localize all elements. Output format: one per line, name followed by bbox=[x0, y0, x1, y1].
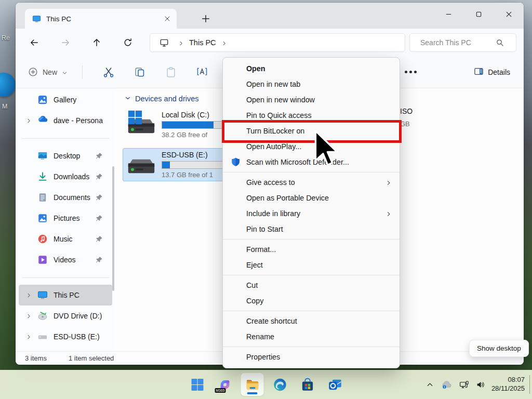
sidebar-item-videos[interactable]: Videos bbox=[19, 249, 112, 270]
clock-date: 28/11/2025 bbox=[491, 384, 525, 393]
submenu-chevron-icon bbox=[385, 179, 392, 185]
minimize-button[interactable] bbox=[433, 3, 463, 25]
sidebar-item-desktop[interactable]: Desktop bbox=[19, 145, 112, 166]
tab-title: This PC bbox=[46, 15, 163, 23]
taskbar-microsoft-edge-icon[interactable] bbox=[269, 373, 291, 396]
menu-item-label: Eject bbox=[246, 261, 263, 269]
cut-button[interactable] bbox=[103, 66, 114, 78]
menu-item-label: Open in new tab bbox=[246, 80, 300, 88]
drive-free-space: 38.2 GB free of bbox=[162, 131, 231, 139]
tray-onedrive-cloud-icon[interactable] bbox=[441, 380, 453, 389]
breadcrumb-chevron-icon[interactable] bbox=[178, 39, 184, 45]
sidebar-item-esd-usb-e[interactable]: ESD-USB (E:) bbox=[19, 326, 112, 347]
sidebar-item-label: This PC bbox=[54, 291, 103, 299]
menu-item-cut[interactable]: Cut bbox=[223, 277, 400, 293]
menu-item-give-access-to[interactable]: Give access to bbox=[223, 175, 400, 190]
taskbar-microsoft-365-copilot-icon[interactable]: M365 bbox=[214, 373, 236, 396]
sidebar-item-music[interactable]: Music bbox=[19, 229, 112, 249]
submenu-chevron-icon bbox=[385, 210, 392, 217]
menu-item-properties[interactable]: Properties bbox=[223, 349, 400, 365]
sidebar-item-dvd-drive-d-e[interactable]: DVD Drive (D:) E bbox=[19, 305, 112, 326]
menu-item-open-in-new-tab[interactable]: Open in new tab bbox=[223, 76, 400, 92]
chevron-right-icon bbox=[26, 152, 33, 159]
hard-drive-icon bbox=[126, 151, 156, 179]
address-bar[interactable]: This PC bbox=[150, 33, 405, 52]
menu-item-open-as-portable-device[interactable]: Open as Portable Device bbox=[223, 190, 400, 206]
dvd-icon bbox=[37, 311, 48, 321]
maximize-button[interactable] bbox=[463, 3, 494, 25]
tab-this-pc[interactable]: This PC bbox=[25, 9, 177, 29]
gallery-icon bbox=[37, 95, 48, 105]
taskbar-file-explorer-icon[interactable] bbox=[241, 373, 264, 396]
pin-icon bbox=[95, 215, 103, 222]
back-button[interactable] bbox=[25, 33, 44, 52]
chevron-right-icon[interactable] bbox=[26, 333, 33, 340]
tray-volume-icon[interactable] bbox=[476, 380, 485, 389]
chevron-right-icon bbox=[26, 215, 33, 222]
chevron-right-icon bbox=[26, 256, 33, 263]
menu-item-create-shortcut[interactable]: Create shortcut bbox=[223, 313, 400, 329]
chevron-right-icon[interactable] bbox=[26, 117, 33, 124]
menu-item-label: Create shortcut bbox=[246, 317, 297, 325]
show-desktop-button[interactable] bbox=[529, 375, 530, 394]
mouse-cursor bbox=[314, 128, 339, 170]
more-options-button[interactable] bbox=[405, 71, 417, 73]
rename-button[interactable] bbox=[196, 66, 208, 78]
chevron-right-icon bbox=[26, 194, 33, 201]
drive-tile-esd-usb-e[interactable]: ESD-USB (E:)13.7 GB free of 1 bbox=[123, 148, 235, 181]
pin-icon bbox=[95, 256, 103, 264]
refresh-button[interactable] bbox=[118, 33, 137, 52]
breadcrumb[interactable]: This PC bbox=[189, 38, 216, 47]
sidebar-item-dave-personal[interactable]: dave - Personal bbox=[19, 110, 112, 131]
sidebar-item-gallery[interactable]: Gallery bbox=[19, 89, 112, 110]
tab-close-icon[interactable] bbox=[163, 15, 171, 23]
desktop-app-icon[interactable] bbox=[0, 73, 16, 97]
plus-circle-icon bbox=[28, 67, 38, 77]
drive-tile-local-disk-c[interactable]: Local Disk (C:)38.2 GB free of bbox=[123, 108, 235, 141]
menu-item-format[interactable]: Format... bbox=[223, 242, 400, 257]
taskbar-start-icon[interactable] bbox=[186, 373, 209, 396]
toolbar-divider bbox=[82, 65, 83, 79]
menu-item-open-in-new-window[interactable]: Open in new window bbox=[223, 92, 400, 108]
sidebar-divider bbox=[16, 270, 115, 285]
taskbar-outlook-icon[interactable] bbox=[324, 373, 347, 396]
desktop-icon-label-m: M bbox=[2, 103, 7, 110]
menu-item-scan-with-microsoft-defender[interactable]: Scan with Microsoft Defender... bbox=[223, 154, 400, 170]
search-icon[interactable] bbox=[496, 38, 504, 47]
forward-button[interactable] bbox=[56, 33, 75, 52]
menu-item-copy[interactable]: Copy bbox=[223, 293, 400, 309]
hidden-drive-name-fragment: ISO bbox=[400, 107, 413, 115]
pin-icon bbox=[95, 152, 103, 160]
details-view-button[interactable]: Details bbox=[474, 66, 510, 78]
close-button[interactable] bbox=[494, 3, 524, 25]
taskbar-microsoft-store-icon[interactable] bbox=[296, 373, 319, 396]
drive-free-space: 13.7 GB free of 1 bbox=[162, 171, 231, 179]
up-button[interactable] bbox=[87, 33, 106, 52]
tray-network-icon[interactable] bbox=[459, 380, 469, 389]
menu-item-include-in-library[interactable]: Include in library bbox=[223, 206, 400, 221]
tray-chevron-up-icon[interactable] bbox=[426, 380, 434, 389]
desktop-icon bbox=[37, 151, 48, 161]
menu-item-pin-to-start[interactable]: Pin to Start bbox=[223, 221, 400, 237]
copy-button[interactable] bbox=[134, 66, 145, 78]
annotation-highlight-box bbox=[222, 120, 402, 143]
sidebar-item-pictures[interactable]: Pictures bbox=[19, 208, 112, 229]
collapse-chevron-icon[interactable] bbox=[125, 95, 131, 103]
menu-item-open[interactable]: Open bbox=[223, 61, 400, 76]
search-input[interactable]: Search This PC bbox=[409, 33, 516, 52]
breadcrumb-chevron-icon[interactable] bbox=[221, 39, 227, 45]
chevron-right-icon[interactable] bbox=[26, 291, 33, 299]
menu-item-eject[interactable]: Eject bbox=[223, 257, 400, 273]
sidebar-item-this-pc[interactable]: This PC bbox=[19, 285, 112, 305]
chevron-right-icon[interactable] bbox=[26, 312, 33, 320]
new-tab-button[interactable] bbox=[201, 14, 211, 24]
sidebar-item-label: dave - Personal bbox=[54, 116, 103, 125]
sidebar-scrollbar[interactable] bbox=[112, 166, 114, 291]
sidebar-item-downloads[interactable]: Downloads bbox=[19, 166, 112, 187]
menu-item-label: Properties bbox=[246, 353, 280, 361]
new-button[interactable]: New bbox=[28, 67, 68, 77]
sidebar-item-documents[interactable]: Documents bbox=[19, 187, 112, 208]
menu-item-rename[interactable]: Rename bbox=[223, 329, 400, 344]
section-header-devices-and-drives[interactable]: Devices and drives bbox=[125, 95, 199, 103]
taskbar-clock[interactable]: 08:0728/11/2025 bbox=[491, 376, 525, 393]
